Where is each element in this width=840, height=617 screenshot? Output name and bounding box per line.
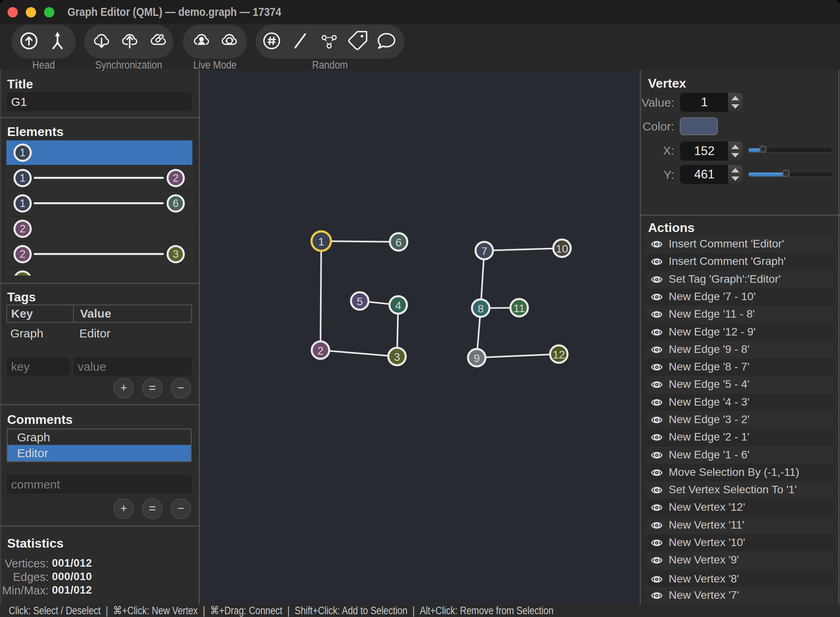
- svg-text:12: 12: [552, 349, 565, 361]
- svg-text:2: 2: [317, 345, 324, 357]
- svg-text:11: 11: [513, 302, 525, 314]
- svg-text:7: 7: [481, 245, 487, 257]
- svg-text:4: 4: [395, 299, 401, 312]
- svg-text:1: 1: [318, 236, 324, 248]
- svg-text:8: 8: [478, 303, 484, 315]
- svg-text:10: 10: [556, 243, 568, 255]
- svg-text:5: 5: [357, 295, 363, 308]
- svg-text:3: 3: [394, 351, 400, 363]
- svg-text:6: 6: [395, 236, 402, 249]
- svg-text:9: 9: [474, 352, 480, 364]
